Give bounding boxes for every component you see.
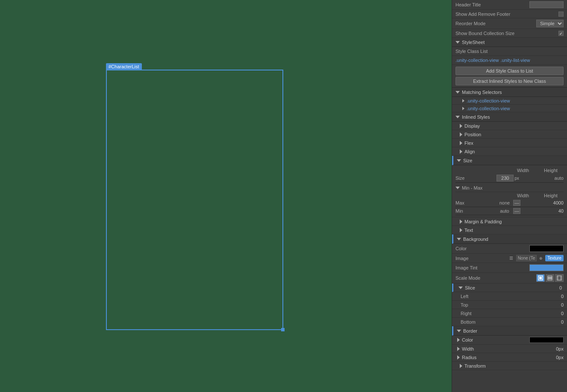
scale-btn-2[interactable]	[546, 274, 554, 282]
scale-btn-3[interactable]	[555, 274, 564, 282]
show-bound-collection-size-checkbox[interactable]	[558, 31, 564, 36]
min-label: Min	[455, 208, 496, 214]
header-title-input[interactable]	[529, 1, 564, 8]
slice-right-row: Right 0	[452, 309, 567, 318]
top-label: Top	[461, 302, 561, 307]
image-tint-swatch[interactable]	[529, 264, 564, 271]
scale-mode-buttons	[536, 274, 564, 282]
border-width-row[interactable]: Width 0px	[452, 345, 567, 353]
element-box[interactable]	[106, 70, 283, 330]
scale-icon-3	[557, 275, 562, 281]
bg-color-label: Color	[455, 246, 529, 251]
background-label: Background	[463, 237, 488, 242]
style-class-list-section: Style Class List .unity-collection-view …	[452, 47, 567, 88]
reorder-mode-label: Reorder Mode	[455, 21, 536, 26]
minmax-col-empty	[455, 193, 508, 198]
align-section-header[interactable]: Align	[452, 147, 567, 156]
align-arrow-icon	[460, 149, 462, 154]
add-style-class-button[interactable]: Add Style Class to List	[455, 67, 564, 75]
flex-section-header[interactable]: Flex	[452, 139, 567, 147]
size-height-value: auto	[523, 176, 564, 181]
text-arrow-icon	[460, 228, 462, 232]
bottom-label: Bottom	[461, 319, 561, 325]
text-label: Text	[464, 228, 473, 233]
size-section-header[interactable]: Size	[452, 156, 567, 165]
border-color-arrow-icon	[457, 338, 460, 342]
size-content: Width Height Size px auto Min - Max Widt…	[452, 165, 567, 217]
border-width-label: Width	[462, 346, 556, 351]
selector-text-1: .unity-collection-view	[467, 98, 510, 103]
border-radius-row[interactable]: Radius 0px	[452, 353, 567, 362]
minmax-col-headers: Width Height	[455, 192, 564, 199]
show-add-remove-footer-checkbox[interactable]	[558, 12, 564, 17]
inlined-styles-arrow-icon	[455, 116, 460, 118]
selector-arrow-icon-1	[462, 99, 464, 102]
margin-padding-header[interactable]: Margin & Padding	[452, 217, 567, 226]
style-tag-1[interactable]: .unity-collection-view	[455, 58, 499, 63]
resize-handle[interactable]	[281, 328, 285, 331]
inlined-styles-label: Inlined Styles	[462, 114, 490, 120]
matching-selectors-label: Matching Selectors	[462, 90, 502, 95]
size-width-input[interactable]	[496, 175, 514, 181]
size-width-header: Width	[508, 168, 538, 173]
bg-image-icon: ☰	[509, 256, 513, 260]
scale-icon-2	[547, 275, 552, 281]
minmax-arrow-icon	[455, 187, 460, 189]
stylesheet-section-header[interactable]: StyleSheet	[452, 38, 567, 47]
border-label: Border	[463, 328, 477, 333]
element-label[interactable]: #CharacterList	[106, 63, 142, 70]
bg-color-row: Color	[452, 244, 567, 254]
minmax-header[interactable]: Min - Max	[455, 184, 564, 192]
right-label: Right	[461, 311, 561, 316]
size-height-header: Height	[538, 168, 564, 173]
selector-item-1[interactable]: .unity-collection-view	[452, 97, 567, 105]
scale-mode-label: Scale Mode	[455, 275, 536, 281]
inlined-styles-header[interactable]: Inlined Styles	[452, 112, 567, 122]
reorder-mode-select[interactable]: Simple	[536, 20, 564, 27]
bg-color-swatch[interactable]	[529, 245, 564, 252]
transform-section-header[interactable]: Transform	[452, 362, 567, 370]
style-tag-2[interactable]: .unity-list-view	[500, 58, 530, 63]
border-radius-arrow-icon	[457, 355, 460, 360]
matching-selectors-header[interactable]: Matching Selectors	[452, 88, 567, 97]
size-row-label: Size	[455, 176, 496, 181]
style-tags-row: .unity-collection-view .unity-list-view	[452, 56, 567, 65]
border-color-row[interactable]: Color	[452, 336, 567, 345]
position-section-header[interactable]: Position	[452, 130, 567, 139]
text-section-header[interactable]: Text	[452, 226, 567, 234]
border-section-header[interactable]: Border	[452, 326, 567, 336]
bg-image-none-badge: None (Te	[516, 255, 537, 261]
size-arrow-icon	[457, 159, 461, 162]
svg-rect-1	[539, 277, 542, 279]
size-col-empty	[455, 168, 508, 173]
extract-inlined-styles-button[interactable]: Extract Inlined Styles to New Class	[455, 77, 564, 85]
min-row: Min auto — 40	[455, 207, 564, 215]
selector-arrow-icon-2	[462, 107, 464, 110]
add-icon: ⊕	[539, 256, 543, 260]
display-label: Display	[464, 123, 480, 129]
scale-btn-1[interactable]	[536, 274, 545, 282]
border-color-swatch[interactable]	[529, 337, 564, 343]
selector-item-2[interactable]: .unity-collection-view	[452, 105, 567, 112]
slice-arrow-icon	[458, 287, 463, 289]
slice-bottom-row: Bottom 0	[452, 318, 567, 326]
image-tint-row: Image Tint	[452, 263, 567, 273]
min-width-dash[interactable]: —	[513, 208, 520, 214]
max-width-dash[interactable]: —	[513, 200, 520, 206]
background-section-header[interactable]: Background	[452, 234, 567, 244]
margin-padding-arrow-icon	[460, 219, 462, 224]
bg-image-label: Image	[455, 256, 508, 261]
display-section-header[interactable]: Display	[452, 122, 567, 130]
slice-value: 0	[559, 285, 562, 290]
bg-image-texture-button[interactable]: Texture	[545, 255, 564, 261]
size-col-headers: Width Height	[455, 167, 564, 174]
border-radius-value: 0px	[556, 355, 564, 360]
scale-mode-row: Scale Mode	[452, 273, 567, 284]
right-value: 0	[561, 311, 564, 316]
scale-icon-1	[538, 275, 543, 281]
image-tint-label: Image Tint	[455, 265, 529, 270]
min-height-value: 40	[523, 208, 564, 214]
flex-label: Flex	[464, 140, 473, 146]
matching-selectors-arrow-icon	[455, 91, 460, 94]
slice-section-header[interactable]: Slice 0	[452, 284, 567, 292]
